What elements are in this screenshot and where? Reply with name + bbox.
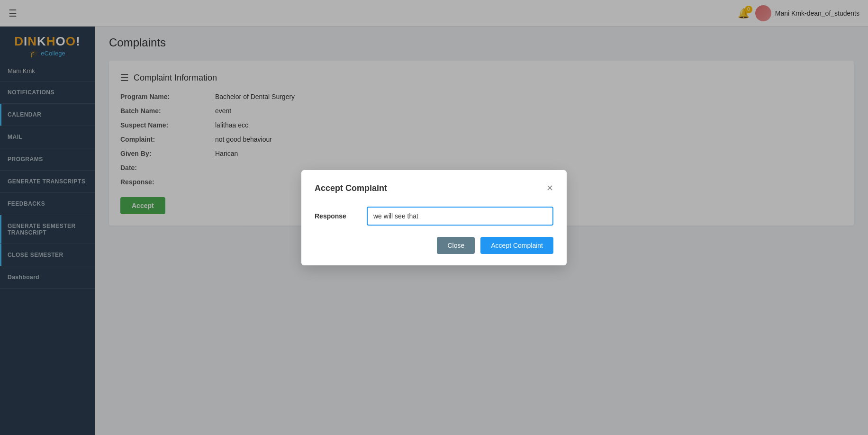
- response-input[interactable]: [367, 207, 553, 226]
- modal-accept-complaint-btn[interactable]: Accept Complaint: [480, 237, 553, 254]
- modal-body: Response: [315, 207, 553, 226]
- response-label: Response: [315, 212, 357, 220]
- modal-footer: Close Accept Complaint: [315, 237, 553, 254]
- modal-overlay: Accept Complaint ✕ Response Close Accept…: [0, 0, 868, 435]
- modal-title: Accept Complaint: [315, 183, 387, 193]
- modal-header: Accept Complaint ✕: [315, 183, 553, 193]
- response-form-row: Response: [315, 207, 553, 226]
- modal-close-button[interactable]: ✕: [546, 184, 553, 192]
- accept-complaint-modal: Accept Complaint ✕ Response Close Accept…: [301, 170, 567, 265]
- modal-close-btn[interactable]: Close: [437, 237, 475, 254]
